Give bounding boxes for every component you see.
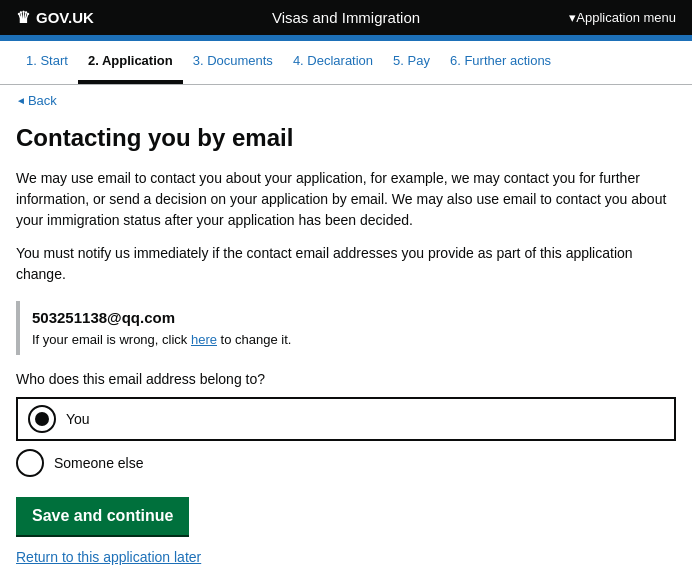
question-label: Who does this email address belong to? <box>16 371 676 387</box>
return-link[interactable]: Return to this application later <box>16 549 201 565</box>
radio-label-someone-else: Someone else <box>54 455 144 471</box>
radio-circle-you <box>28 405 56 433</box>
radio-group: You Someone else <box>16 397 676 477</box>
radio-option-you[interactable]: You <box>16 397 676 441</box>
save-continue-button[interactable]: Save and continue <box>16 497 189 535</box>
nav-step-documents[interactable]: 3. Documents <box>183 41 283 84</box>
page-title: Contacting you by email <box>16 124 676 152</box>
return-link-container: Return to this application later <box>16 549 676 565</box>
nav-step-application[interactable]: 2. Application <box>78 41 183 84</box>
radio-circle-someone-else <box>16 449 44 477</box>
email-change-note: If your email is wrong, click here to ch… <box>32 332 664 347</box>
nav-step-start[interactable]: 1. Start <box>16 41 78 84</box>
back-link[interactable]: Back <box>16 93 676 108</box>
body-paragraph-1: We may use email to contact you about yo… <box>16 168 676 231</box>
gov-logo[interactable]: ♛ GOV.UK <box>16 8 94 27</box>
change-email-link[interactable]: here <box>191 332 217 347</box>
progress-nav: 1. Start 2. Application 3. Documents 4. … <box>0 41 692 85</box>
nav-step-further-actions[interactable]: 6. Further actions <box>440 41 561 84</box>
app-menu-button[interactable]: ▾Application menu <box>569 10 676 25</box>
nav-step-pay[interactable]: 5. Pay <box>383 41 440 84</box>
main-content: Contacting you by email We may use email… <box>0 116 692 574</box>
radio-option-someone-else[interactable]: Someone else <box>16 449 676 477</box>
site-header: ♛ GOV.UK Visas and Immigration ▾Applicat… <box>0 0 692 35</box>
back-link-container: Back <box>0 85 692 116</box>
note-text: If your email is wrong, click <box>32 332 187 347</box>
info-block: 503251138@qq.com If your email is wrong,… <box>16 301 676 355</box>
logo-text: GOV.UK <box>36 9 94 26</box>
email-display: 503251138@qq.com <box>32 309 664 326</box>
crown-icon: ♛ <box>16 8 30 27</box>
radio-label-you: You <box>66 411 90 427</box>
body-paragraph-2: You must notify us immediately if the co… <box>16 243 676 285</box>
note-suffix: to change it. <box>221 332 292 347</box>
nav-step-declaration[interactable]: 4. Declaration <box>283 41 383 84</box>
site-title: Visas and Immigration <box>272 9 420 26</box>
